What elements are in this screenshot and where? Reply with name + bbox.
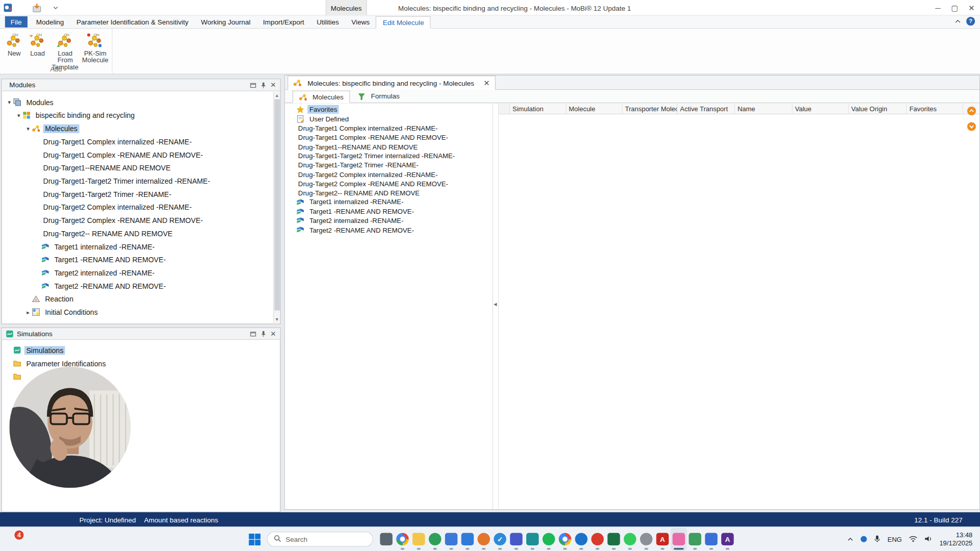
scroll-down-icon[interactable]: ▼ (274, 316, 280, 323)
close-panel-icon[interactable]: ✕ (268, 80, 278, 90)
window-app-tab[interactable]: Molecules (326, 0, 367, 16)
tree-item[interactable]: ▾ Molecules (2, 122, 273, 135)
browser-icon[interactable] (557, 528, 573, 550)
list-item[interactable]: Target2 internalized -RENAME- (296, 216, 492, 225)
app-blue-circle-icon[interactable] (573, 528, 590, 550)
app-icon[interactable] (3, 3, 14, 13)
close-icon[interactable]: ✕ (963, 0, 980, 16)
list-item[interactable]: Favorites (296, 105, 492, 114)
file-manager-icon[interactable] (378, 528, 395, 550)
move-down-icon[interactable] (967, 122, 976, 133)
tree-item[interactable]: Drug-Target1 Complex -RENAME AND REMOVE- (2, 148, 273, 161)
scrollbar-thumb[interactable] (275, 99, 280, 311)
list-item[interactable]: Simulations (2, 343, 280, 357)
app-purple-icon[interactable]: A (719, 528, 736, 550)
music-icon[interactable] (541, 528, 557, 550)
tree-item[interactable]: Drug-Target1-Target2 Trimer -RENAME- (2, 187, 273, 201)
pdf-icon[interactable]: A (654, 528, 671, 550)
ribbon-button[interactable]: OH New (3, 31, 26, 58)
tree-item[interactable]: ▸ Initial Conditions (2, 306, 273, 319)
app-indigo-icon[interactable] (508, 528, 525, 550)
maximize-icon[interactable]: ▢ (946, 0, 963, 16)
tree-item[interactable]: ▾ bispecific binding and recycling (2, 109, 273, 122)
list-item[interactable]: Target2 -RENAME AND REMOVE- (296, 225, 492, 234)
list-item[interactable]: Target1 internalized -RENAME- (296, 197, 492, 207)
ribbon-button[interactable]: OH PK-Sim Molecule (81, 31, 109, 65)
help-icon[interactable]: ? (966, 17, 975, 26)
menu-item[interactable]: Working Journal (194, 16, 257, 28)
status-dot-icon[interactable] (861, 536, 867, 542)
tray-chevron-icon[interactable] (847, 535, 853, 543)
tree-item[interactable]: Drug-Target1 Complex internalized -RENAM… (2, 135, 273, 148)
menu-item[interactable]: File (5, 16, 28, 28)
tree-item[interactable]: Drug-Target2 Complex -RENAME AND REMOVE- (2, 214, 273, 227)
menu-item[interactable]: Modeling (30, 16, 70, 28)
minimize-icon[interactable]: ─ (929, 0, 946, 16)
browser-multicolor-icon[interactable] (395, 528, 411, 550)
app-gray-icon[interactable] (638, 528, 654, 550)
tree-item[interactable]: Drug-Target2 Complex internalized -RENAM… (2, 201, 273, 214)
close-tab-icon[interactable]: ✕ (483, 79, 489, 87)
list-item[interactable]: Target1 -RENAME AND REMOVE- (296, 207, 492, 216)
expander-icon[interactable]: ▾ (15, 112, 22, 118)
scroll-up-icon[interactable]: ▲ (274, 92, 280, 98)
tree-item[interactable]: Target1 -RENAME AND REMOVE- (2, 253, 273, 266)
folder-icon[interactable] (410, 528, 427, 550)
tree-item[interactable]: Target2 internalized -RENAME- (2, 266, 273, 280)
list-item[interactable]: Drug-Target1--RENAME AND REMOVE (296, 142, 492, 151)
app-green-icon[interactable] (427, 528, 443, 550)
mail-icon[interactable] (459, 528, 476, 550)
collapse-list-icon[interactable]: ◂ (494, 300, 497, 307)
menu-item[interactable]: Edit Molecule (376, 16, 431, 28)
ribbon-button[interactable]: OH Load (26, 31, 50, 58)
menu-item[interactable]: Utilities (310, 16, 345, 28)
app-orange-icon[interactable] (476, 528, 492, 550)
close-panel-icon[interactable]: ✕ (268, 329, 278, 339)
list-item[interactable]: Drug-Target1 Complex -RENAME AND REMOVE- (296, 133, 492, 142)
save-icon[interactable] (32, 3, 42, 13)
pin-icon[interactable] (258, 80, 268, 90)
list-item[interactable]: Drug-Target1 Complex internalized -RENAM… (296, 123, 492, 133)
list-item[interactable]: Drug-Target2 Complex -RENAME AND REMOVE- (296, 179, 492, 188)
pin-icon[interactable] (258, 329, 268, 339)
grid-column-header[interactable]: Transporter Molecu... (623, 104, 678, 114)
menu-item[interactable]: Import/Export (257, 16, 310, 28)
tree-item[interactable]: Drug-Target2-- RENAME AND REMOVE (2, 227, 273, 240)
table-icon[interactable] (703, 528, 720, 550)
list-item[interactable]: Drug-Target1-Target2 Trimer internalized… (296, 151, 492, 160)
office-grid-icon[interactable] (443, 528, 459, 550)
list-item[interactable]: Drug-Target2 Complex internalized -RENAM… (296, 170, 492, 179)
sub-tab[interactable]: Formulas (352, 90, 405, 102)
mobi-icon[interactable] (671, 528, 687, 550)
language-indicator[interactable]: ENG (888, 535, 902, 543)
volume-icon[interactable] (924, 535, 933, 543)
expander-icon[interactable]: ▾ (24, 126, 32, 132)
expander-icon[interactable]: ▾ (6, 99, 13, 105)
move-up-icon[interactable] (967, 106, 976, 117)
spreadsheet-icon[interactable] (606, 528, 622, 550)
tree-item[interactable]: Drug-Target1--RENAME AND REMOVE (2, 161, 273, 174)
tree-item[interactable]: Reaction (2, 292, 273, 306)
grid-column-header[interactable]: Favorites (907, 104, 963, 114)
list-item[interactable]: User Defined (296, 114, 492, 123)
menu-item[interactable]: Parameter Identification & Sensitivity (70, 16, 195, 28)
app-teal-icon[interactable] (524, 528, 541, 550)
restore-panel-icon[interactable] (248, 80, 258, 90)
scrollbar[interactable]: ▲ ▼ (273, 92, 280, 323)
tree-item[interactable]: Drug-Target1-Target2 Trimer internalized… (2, 174, 273, 188)
wifi-icon[interactable] (909, 535, 917, 543)
grid-column-header[interactable]: Value Origin (849, 104, 907, 114)
tree-item[interactable]: Target1 internalized -RENAME- (2, 240, 273, 253)
grid-column-header[interactable]: Value (793, 104, 849, 114)
grid-column-header[interactable]: Active Transport (677, 104, 735, 114)
tree-item[interactable]: ▾ Modules (2, 95, 273, 109)
menu-item[interactable]: Views (345, 16, 376, 28)
list-item[interactable]: Drug-Target2-- RENAME AND REMOVE (296, 188, 492, 197)
grid-column-header[interactable]: Name (735, 104, 793, 114)
grid-column-header[interactable]: Simulation (510, 104, 566, 114)
list-item[interactable]: Drug-Target1-Target2 Trimer -RENAME- (296, 160, 492, 169)
dropdown-chevron-icon[interactable] (53, 3, 59, 13)
ribbon-collapse-icon[interactable] (954, 17, 961, 25)
app-red-icon[interactable] (590, 528, 606, 550)
check-icon[interactable]: ✓ (492, 528, 508, 550)
